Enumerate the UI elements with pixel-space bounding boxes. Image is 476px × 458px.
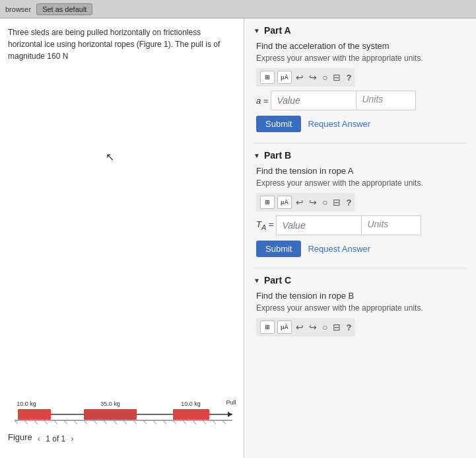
- page-info: 1 of 1: [46, 434, 65, 443]
- matrix-btn-b[interactable]: ⊞: [260, 196, 275, 209]
- part-b-value-input[interactable]: [276, 215, 362, 235]
- part-b-request-answer[interactable]: Request Answer: [308, 244, 370, 254]
- svg-line-13: [133, 420, 137, 424]
- top-bar: browser Set as default: [0, 0, 476, 19]
- part-c-find-text: Find the tension in rope B: [256, 291, 467, 301]
- redo-btn-c[interactable]: ↪: [308, 322, 318, 332]
- mu-btn-c[interactable]: μÀ: [277, 321, 292, 334]
- keyboard-btn-a[interactable]: ⊟: [331, 72, 342, 83]
- part-a-triangle: ▼: [254, 27, 260, 34]
- svg-line-7: [74, 420, 77, 424]
- part-a-buttons: Submit Request Answer: [256, 116, 467, 132]
- svg-text:10.0 kg: 10.0 kg: [181, 401, 201, 407]
- svg-line-6: [64, 420, 67, 424]
- figure-area: 10.0 kg 35.0 kg 10.0 kg Pull Figure ‹ 1 …: [8, 70, 236, 450]
- part-b-answer-row: TA = Units: [256, 215, 467, 235]
- main-content: Three sleds are being pulled horizontall…: [0, 19, 476, 458]
- svg-line-17: [173, 420, 176, 424]
- part-bc-divider: [254, 268, 467, 268]
- svg-line-18: [183, 420, 186, 424]
- part-b-answer-label: TA =: [256, 219, 273, 231]
- svg-line-12: [123, 420, 127, 424]
- nav-left-arrow[interactable]: ‹: [38, 434, 40, 443]
- help-btn-b[interactable]: ?: [346, 198, 351, 208]
- part-a-submit-button[interactable]: Submit: [256, 116, 301, 132]
- part-a-toolbar: ⊞ μÀ ↩ ↪ ○ ⊟ ?: [256, 68, 355, 87]
- svg-marker-29: [228, 412, 232, 417]
- part-a-header[interactable]: ▼ Part A: [254, 25, 467, 36]
- svg-rect-25: [173, 409, 209, 420]
- part-a-value-input[interactable]: [271, 91, 357, 110]
- part-a-express-text: Express your answer with the appropriate…: [256, 54, 467, 63]
- part-b-find-text: Find the tension in rope A: [256, 166, 467, 176]
- part-c-header[interactable]: ▼ Part C: [254, 275, 467, 286]
- part-b-header[interactable]: ▼ Part B: [254, 150, 467, 161]
- problem-text: Three sleds are being pulled horizontall…: [8, 26, 236, 62]
- part-a-find-text: Find the acceleration of the system: [256, 41, 467, 51]
- refresh-btn-c[interactable]: ○: [321, 322, 329, 332]
- svg-line-20: [203, 420, 206, 424]
- svg-text:Pull: Pull: [226, 399, 236, 406]
- part-b-buttons: Submit Request Answer: [256, 241, 467, 257]
- mu-btn-b[interactable]: μÀ: [277, 196, 292, 209]
- left-panel: Three sleds are being pulled horizontall…: [0, 19, 244, 458]
- refresh-btn-b[interactable]: ○: [321, 197, 329, 208]
- matrix-btn-c[interactable]: ⊞: [260, 321, 275, 334]
- keyboard-btn-b[interactable]: ⊟: [331, 197, 342, 208]
- svg-line-10: [104, 420, 107, 424]
- part-c-triangle: ▼: [254, 277, 260, 284]
- help-btn-c[interactable]: ?: [346, 323, 351, 332]
- undo-btn-a[interactable]: ↩: [294, 72, 305, 83]
- help-btn-a[interactable]: ?: [346, 73, 351, 83]
- matrix-icon-b: ⊞: [265, 199, 270, 206]
- part-c-section: ▼ Part C Find the tension in rope B Expr…: [254, 275, 467, 336]
- svg-line-19: [193, 420, 196, 424]
- matrix-icon-a: ⊞: [265, 74, 270, 81]
- part-a-answer-row: a = Units: [256, 91, 467, 110]
- part-b-submit-button[interactable]: Submit: [256, 241, 301, 257]
- part-b-units-display: Units: [362, 215, 421, 235]
- svg-line-2: [24, 420, 28, 424]
- part-b-toolbar: ⊞ μÀ ↩ ↪ ○ ⊟ ?: [256, 193, 355, 211]
- figure-label: Figure: [8, 432, 32, 442]
- part-b-section: ▼ Part B Find the tension in rope A Expr…: [254, 150, 467, 257]
- mu-icon-a: μÀ: [281, 74, 289, 81]
- svg-line-5: [54, 420, 57, 424]
- svg-line-3: [34, 420, 38, 424]
- keyboard-btn-c[interactable]: ⊟: [331, 322, 342, 332]
- svg-line-14: [143, 420, 147, 424]
- part-c-toolbar: ⊞ μÀ ↩ ↪ ○ ⊟ ?: [256, 318, 355, 336]
- mu-btn-a[interactable]: μÀ: [277, 71, 292, 84]
- part-a-title: Part A: [264, 25, 291, 36]
- matrix-btn-a[interactable]: ⊞: [260, 71, 275, 84]
- mu-icon-c: μÀ: [281, 324, 289, 330]
- part-b-express-text: Express your answer with the appropriate…: [256, 178, 467, 188]
- redo-btn-a[interactable]: ↪: [308, 72, 318, 83]
- svg-line-11: [114, 420, 117, 424]
- nav-right-arrow[interactable]: ›: [71, 434, 73, 443]
- mu-icon-b: μÀ: [281, 199, 289, 206]
- svg-line-16: [163, 420, 166, 424]
- part-a-answer-label: a =: [256, 96, 268, 106]
- undo-btn-b[interactable]: ↩: [294, 197, 305, 208]
- part-b-body: Find the tension in rope A Express your …: [254, 166, 467, 257]
- svg-line-8: [84, 420, 87, 424]
- set-default-button[interactable]: Set as default: [36, 3, 92, 15]
- part-b-title: Part B: [264, 150, 291, 161]
- part-ab-divider: [254, 143, 467, 143]
- svg-line-4: [44, 420, 48, 424]
- svg-line-21: [213, 420, 216, 424]
- part-c-title: Part C: [264, 275, 291, 286]
- refresh-btn-a[interactable]: ○: [321, 72, 329, 83]
- browser-label: browser: [5, 5, 31, 13]
- svg-line-1: [15, 420, 18, 424]
- undo-btn-c[interactable]: ↩: [294, 322, 305, 332]
- part-a-request-answer[interactable]: Request Answer: [308, 119, 370, 129]
- part-a-section: ▼ Part A Find the acceleration of the sy…: [254, 25, 467, 132]
- redo-btn-b[interactable]: ↪: [308, 197, 318, 208]
- svg-text:10.0 kg: 10.0 kg: [17, 401, 36, 407]
- svg-line-22: [222, 420, 226, 424]
- part-c-express-text: Express your answer with the appropriate…: [256, 303, 467, 313]
- svg-line-9: [94, 420, 97, 424]
- svg-rect-24: [84, 409, 137, 420]
